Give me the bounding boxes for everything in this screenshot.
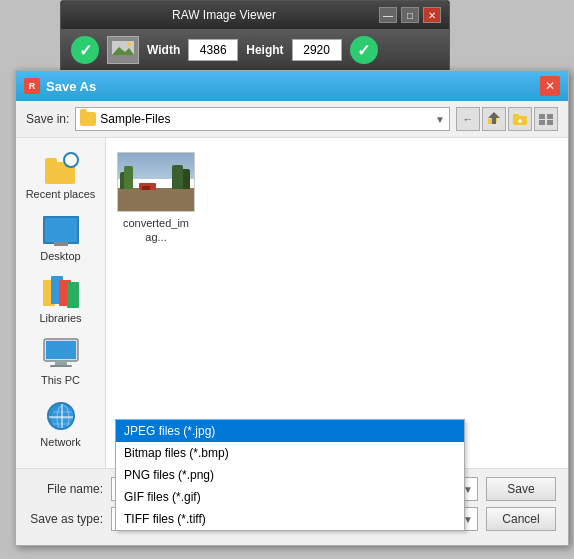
cancel-button[interactable]: Cancel	[486, 507, 556, 531]
filetype-dropdown[interactable]: JPEG files (*.jpg) Bitmap files (*.bmp) …	[115, 419, 465, 531]
svg-point-19	[50, 405, 75, 430]
views-icon	[538, 112, 554, 126]
svg-rect-8	[513, 114, 519, 118]
width-label: Width	[147, 43, 180, 57]
sidebar-item-recent-places[interactable]: Recent places	[20, 146, 101, 204]
save-button[interactable]: Save	[486, 477, 556, 501]
desktop-monitor-icon	[43, 216, 79, 244]
filename-label: File name:	[28, 482, 103, 496]
savein-combo[interactable]: Sample-Files ▼	[75, 107, 450, 131]
saveas-bottom-panel: File name: ▼ Save Save as type: JPEG fil…	[16, 468, 568, 545]
dropdown-item-tiff[interactable]: TIFF files (*.tiff)	[116, 508, 464, 530]
nav-up-icon	[486, 112, 502, 126]
svg-rect-14	[547, 120, 553, 125]
clock-icon	[63, 152, 79, 168]
dropdown-item-gif[interactable]: GIF files (*.gif)	[116, 486, 464, 508]
libraries-label: Libraries	[39, 312, 81, 324]
nav-up-button[interactable]	[482, 107, 506, 131]
libraries-icon	[41, 274, 81, 310]
folder-icon	[80, 112, 96, 126]
width-input[interactable]	[188, 39, 238, 61]
file-name: converted_imag...	[120, 216, 192, 245]
height-input[interactable]	[292, 39, 342, 61]
desktop-icon	[41, 212, 81, 248]
svg-point-3	[127, 42, 131, 46]
nav-newfolder-button[interactable]	[508, 107, 532, 131]
recent-places-label: Recent places	[26, 188, 96, 200]
saveas-toolbar: Save in: Sample-Files ▼ ←	[16, 101, 568, 138]
savein-arrow-icon: ▼	[435, 114, 445, 125]
saveas-title-text: Save As	[46, 79, 96, 94]
savein-text: Sample-Files	[100, 112, 431, 126]
sidebar-item-desktop[interactable]: Desktop	[20, 208, 101, 266]
network-icon	[41, 398, 81, 434]
list-item[interactable]: converted_imag...	[116, 148, 196, 249]
sidebar-item-network[interactable]: Network	[20, 394, 101, 452]
this-pc-icon	[41, 336, 81, 372]
left-panel: Recent places Desktop	[16, 138, 106, 468]
globe-icon	[47, 402, 75, 430]
svg-rect-12	[547, 114, 553, 119]
dropdown-item-png[interactable]: PNG files (*.png)	[116, 464, 464, 486]
sidebar-item-libraries[interactable]: Libraries	[20, 270, 101, 328]
savetype-row: Save as type: JPEG files (*.jpg) ▼ Cance…	[28, 507, 556, 531]
computer-icon	[42, 337, 80, 371]
height-label: Height	[246, 43, 283, 57]
saveas-close-button[interactable]: ✕	[540, 76, 560, 96]
nav-buttons: ←	[456, 107, 558, 131]
sidebar-item-this-pc[interactable]: This PC	[20, 332, 101, 390]
close-button[interactable]: ✕	[423, 7, 441, 23]
network-label: Network	[40, 436, 80, 448]
svg-rect-17	[55, 361, 67, 365]
svg-rect-18	[50, 365, 72, 367]
raw-viewer-window: RAW Image Viewer — □ ✕ ✓ Width Height ✓	[60, 0, 450, 72]
svg-rect-16	[46, 341, 76, 359]
saveas-app-icon: R	[24, 78, 40, 94]
dropdown-item-jpeg[interactable]: JPEG files (*.jpg)	[116, 420, 464, 442]
minimize-button[interactable]: —	[379, 7, 397, 23]
svg-rect-13	[539, 120, 545, 125]
nav-back-button[interactable]: ←	[456, 107, 480, 131]
this-pc-label: This PC	[41, 374, 80, 386]
file-thumbnail	[117, 152, 195, 212]
raw-viewer-toolbar: ✓ Width Height ✓	[61, 29, 449, 71]
new-folder-icon	[512, 112, 528, 126]
savetype-label: Save as type:	[28, 512, 103, 526]
saveas-titlebar: R Save As ✕	[16, 71, 568, 101]
raw-viewer-title: RAW Image Viewer	[69, 8, 379, 22]
check-icon-right: ✓	[350, 36, 378, 64]
maximize-button[interactable]: □	[401, 7, 419, 23]
raw-viewer-controls: — □ ✕	[379, 7, 441, 23]
desktop-label: Desktop	[40, 250, 80, 262]
check-icon-left: ✓	[71, 36, 99, 64]
dropdown-item-bmp[interactable]: Bitmap files (*.bmp)	[116, 442, 464, 464]
savein-label: Save in:	[26, 112, 69, 126]
recent-places-icon	[41, 150, 81, 186]
raw-viewer-titlebar: RAW Image Viewer — □ ✕	[61, 1, 449, 29]
saveas-dialog: R Save As ✕ Save in: Sample-Files ▼ ←	[15, 70, 569, 546]
image-icon	[107, 36, 139, 64]
nav-views-button[interactable]	[534, 107, 558, 131]
svg-rect-11	[539, 114, 545, 119]
